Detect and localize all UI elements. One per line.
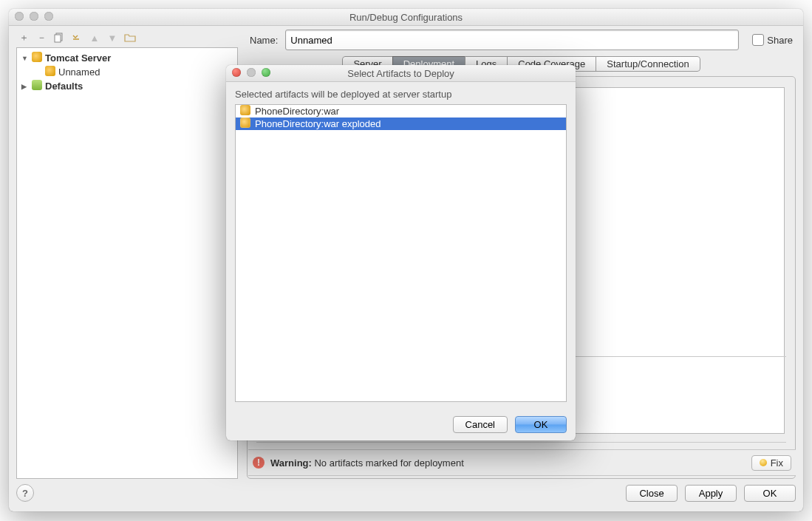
tree-node-unnamed[interactable]: Unnamed <box>17 65 237 79</box>
select-artifacts-dialog: Select Artifacts to Deploy Selected arti… <box>226 65 576 440</box>
config-name-input[interactable] <box>285 30 739 50</box>
artifact-icon <box>240 105 250 118</box>
disclosure-icon[interactable]: ▼ <box>21 55 29 62</box>
checkbox-icon[interactable] <box>752 34 764 46</box>
svg-rect-1 <box>55 35 61 42</box>
modal-window-controls[interactable] <box>232 68 270 77</box>
close-button[interactable]: Close <box>626 485 678 502</box>
modal-titlebar: Select Artifacts to Deploy <box>226 65 576 82</box>
dialog-button-bar: ? Close Apply OK <box>16 480 796 505</box>
tree-label: Defaults <box>45 81 83 92</box>
window-close-icon[interactable] <box>232 68 241 77</box>
window-title: Run/Debug Configurations <box>349 12 463 23</box>
move-up-button[interactable]: ▲ <box>89 33 100 44</box>
help-button[interactable]: ? <box>16 484 34 502</box>
artifact-label: PhoneDirectory:war exploded <box>255 118 381 129</box>
artifact-item-selected[interactable]: PhoneDirectory:war exploded <box>236 118 566 130</box>
tab-startup-connection[interactable]: Startup/Connection <box>596 56 700 72</box>
modal-title: Select Artifacts to Deploy <box>347 68 454 79</box>
ok-button[interactable]: OK <box>744 485 796 502</box>
tree-label: Unnamed <box>58 67 100 78</box>
share-label: Share <box>767 35 793 46</box>
tree-node-tomcat-server[interactable]: ▼ Tomcat Server <box>17 51 237 65</box>
modal-ok-button[interactable]: OK <box>515 416 567 433</box>
window-close-icon[interactable] <box>15 12 24 21</box>
modal-description: Selected artifacts will be deployed at s… <box>235 89 567 100</box>
add-config-button[interactable]: ＋ <box>18 31 30 44</box>
artifact-list[interactable]: PhoneDirectory:war PhoneDirectory:war ex… <box>235 104 567 402</box>
disclosure-icon[interactable]: ▶ <box>21 83 29 90</box>
main-titlebar: Run/Debug Configurations <box>9 9 803 26</box>
artifact-item[interactable]: PhoneDirectory:war <box>236 105 566 118</box>
fix-button[interactable]: Fix <box>751 455 791 471</box>
window-zoom-icon[interactable] <box>44 12 53 21</box>
share-checkbox[interactable]: Share <box>752 34 793 46</box>
tree-label: Tomcat Server <box>45 52 111 64</box>
window-minimize-icon[interactable] <box>247 68 256 77</box>
configurations-tree[interactable]: ▼ Tomcat Server Unnamed ▶ Defaults <box>16 47 238 479</box>
tomcat-icon <box>32 52 42 64</box>
window-minimize-icon[interactable] <box>30 12 38 21</box>
window-zoom-icon[interactable] <box>262 68 270 77</box>
warning-bar: ! Warning: No artifacts marked for deplo… <box>248 449 796 476</box>
apply-button[interactable]: Apply <box>685 485 737 502</box>
defaults-icon <box>32 80 42 92</box>
folder-button[interactable] <box>124 33 136 43</box>
name-label: Name: <box>250 35 278 46</box>
sidebar-toolbar: ＋ － ▲ ▼ <box>16 28 238 47</box>
copy-config-button[interactable] <box>53 33 65 43</box>
warning-icon: ! <box>253 457 265 469</box>
fix-label: Fix <box>771 457 783 469</box>
modal-cancel-button[interactable]: Cancel <box>453 416 508 433</box>
tomcat-icon <box>45 66 55 78</box>
warning-message: Warning: No artifacts marked for deploym… <box>270 457 464 469</box>
tree-node-defaults[interactable]: ▶ Defaults <box>17 79 237 93</box>
lightbulb-icon <box>760 459 767 466</box>
window-controls[interactable] <box>15 12 53 21</box>
separator <box>256 442 786 443</box>
configurations-sidebar: ＋ － ▲ ▼ ▼ Tomcat Server <box>16 28 238 479</box>
artifact-icon <box>240 118 250 130</box>
remove-config-button[interactable]: － <box>35 31 47 44</box>
move-down-button[interactable]: ▼ <box>106 33 118 44</box>
artifact-label: PhoneDirectory:war <box>255 106 339 117</box>
settings-button[interactable] <box>71 33 83 43</box>
